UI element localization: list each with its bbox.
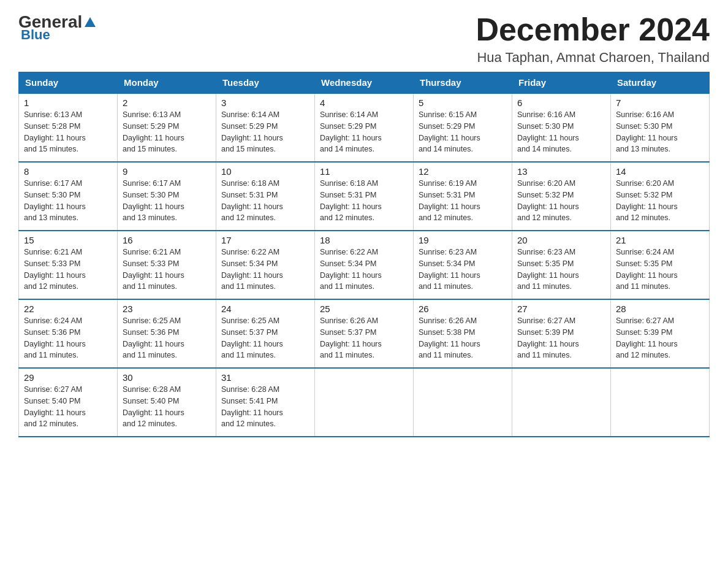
calendar-cell: 18Sunrise: 6:22 AMSunset: 5:34 PMDayligh… [315, 231, 414, 299]
day-info: Sunrise: 6:13 AMSunset: 5:28 PMDaylight:… [24, 109, 112, 155]
day-info: Sunrise: 6:26 AMSunset: 5:37 PMDaylight:… [320, 315, 408, 361]
day-info: Sunrise: 6:21 AMSunset: 5:33 PMDaylight:… [24, 247, 112, 293]
day-info: Sunrise: 6:18 AMSunset: 5:31 PMDaylight:… [221, 178, 309, 224]
calendar-cell: 5Sunrise: 6:15 AMSunset: 5:29 PMDaylight… [414, 93, 512, 162]
calendar-cell: 24Sunrise: 6:25 AMSunset: 5:37 PMDayligh… [216, 299, 315, 368]
day-number: 24 [221, 304, 309, 314]
calendar-cell [315, 368, 414, 437]
day-number: 31 [221, 372, 309, 383]
day-number: 21 [616, 235, 704, 245]
calendar-cell: 29Sunrise: 6:27 AMSunset: 5:40 PMDayligh… [19, 368, 118, 437]
day-number: 22 [24, 304, 112, 314]
day-info: Sunrise: 6:13 AMSunset: 5:29 PMDaylight:… [123, 109, 211, 155]
day-info: Sunrise: 6:16 AMSunset: 5:30 PMDaylight:… [616, 109, 704, 155]
month-title: December 2024 [476, 12, 710, 47]
day-info: Sunrise: 6:24 AMSunset: 5:36 PMDaylight:… [24, 315, 112, 361]
day-number: 17 [221, 235, 309, 245]
calendar-cell: 23Sunrise: 6:25 AMSunset: 5:36 PMDayligh… [118, 299, 216, 368]
day-info: Sunrise: 6:21 AMSunset: 5:33 PMDaylight:… [123, 247, 211, 293]
day-info: Sunrise: 6:26 AMSunset: 5:38 PMDaylight:… [419, 315, 507, 361]
calendar-cell: 19Sunrise: 6:23 AMSunset: 5:34 PMDayligh… [414, 231, 512, 299]
day-number: 11 [320, 166, 408, 177]
calendar-cell: 4Sunrise: 6:14 AMSunset: 5:29 PMDaylight… [315, 93, 414, 162]
calendar-cell: 1Sunrise: 6:13 AMSunset: 5:28 PMDaylight… [19, 93, 118, 162]
calendar-cell: 8Sunrise: 6:17 AMSunset: 5:30 PMDaylight… [19, 162, 118, 231]
col-header-tuesday: Tuesday [216, 72, 315, 94]
day-number: 18 [320, 235, 408, 245]
day-info: Sunrise: 6:20 AMSunset: 5:32 PMDaylight:… [517, 178, 605, 224]
calendar-week-row: 1Sunrise: 6:13 AMSunset: 5:28 PMDaylight… [19, 93, 710, 162]
day-info: Sunrise: 6:16 AMSunset: 5:30 PMDaylight:… [517, 109, 605, 155]
day-number: 8 [24, 166, 112, 177]
day-info: Sunrise: 6:20 AMSunset: 5:32 PMDaylight:… [616, 178, 704, 224]
calendar-cell: 22Sunrise: 6:24 AMSunset: 5:36 PMDayligh… [19, 299, 118, 368]
day-info: Sunrise: 6:27 AMSunset: 5:39 PMDaylight:… [517, 315, 605, 361]
day-info: Sunrise: 6:22 AMSunset: 5:34 PMDaylight:… [221, 247, 309, 293]
day-info: Sunrise: 6:25 AMSunset: 5:36 PMDaylight:… [123, 315, 211, 361]
day-info: Sunrise: 6:23 AMSunset: 5:35 PMDaylight:… [517, 247, 605, 293]
day-number: 25 [320, 304, 408, 314]
day-number: 29 [24, 372, 112, 383]
day-number: 9 [123, 166, 211, 177]
calendar-cell: 6Sunrise: 6:16 AMSunset: 5:30 PMDaylight… [512, 93, 611, 162]
calendar-cell [611, 368, 710, 437]
day-number: 16 [123, 235, 211, 245]
day-number: 23 [123, 304, 211, 314]
calendar-cell [414, 368, 512, 437]
day-number: 1 [24, 98, 112, 108]
day-number: 20 [517, 235, 605, 245]
page-header: General Blue December 2024 Hua Taphan, A… [18, 12, 710, 66]
day-number: 26 [419, 304, 507, 314]
title-section: December 2024 Hua Taphan, Amnat Charoen,… [476, 12, 710, 66]
day-info: Sunrise: 6:14 AMSunset: 5:29 PMDaylight:… [221, 109, 309, 155]
calendar-cell: 9Sunrise: 6:17 AMSunset: 5:30 PMDaylight… [118, 162, 216, 231]
day-info: Sunrise: 6:27 AMSunset: 5:39 PMDaylight:… [616, 315, 704, 361]
day-info: Sunrise: 6:17 AMSunset: 5:30 PMDaylight:… [123, 178, 211, 224]
calendar-week-row: 29Sunrise: 6:27 AMSunset: 5:40 PMDayligh… [19, 368, 710, 437]
day-number: 12 [419, 166, 507, 177]
calendar-cell: 13Sunrise: 6:20 AMSunset: 5:32 PMDayligh… [512, 162, 611, 231]
day-info: Sunrise: 6:27 AMSunset: 5:40 PMDaylight:… [24, 384, 112, 430]
logo-blue-text: Blue [21, 27, 50, 42]
logo: General Blue [18, 12, 98, 43]
day-number: 4 [320, 98, 408, 108]
calendar-week-row: 15Sunrise: 6:21 AMSunset: 5:33 PMDayligh… [19, 231, 710, 299]
calendar-cell: 15Sunrise: 6:21 AMSunset: 5:33 PMDayligh… [19, 231, 118, 299]
day-info: Sunrise: 6:23 AMSunset: 5:34 PMDaylight:… [419, 247, 507, 293]
col-header-saturday: Saturday [611, 72, 710, 94]
calendar-table: SundayMondayTuesdayWednesdayThursdayFrid… [18, 72, 710, 437]
day-number: 6 [517, 98, 605, 108]
calendar-cell: 27Sunrise: 6:27 AMSunset: 5:39 PMDayligh… [512, 299, 611, 368]
calendar-cell: 20Sunrise: 6:23 AMSunset: 5:35 PMDayligh… [512, 231, 611, 299]
calendar-cell: 21Sunrise: 6:24 AMSunset: 5:35 PMDayligh… [611, 231, 710, 299]
calendar-cell: 30Sunrise: 6:28 AMSunset: 5:40 PMDayligh… [118, 368, 216, 437]
calendar-cell: 25Sunrise: 6:26 AMSunset: 5:37 PMDayligh… [315, 299, 414, 368]
calendar-cell: 3Sunrise: 6:14 AMSunset: 5:29 PMDaylight… [216, 93, 315, 162]
day-number: 3 [221, 98, 309, 108]
calendar-cell: 17Sunrise: 6:22 AMSunset: 5:34 PMDayligh… [216, 231, 315, 299]
day-number: 7 [616, 98, 704, 108]
day-number: 10 [221, 166, 309, 177]
day-info: Sunrise: 6:24 AMSunset: 5:35 PMDaylight:… [616, 247, 704, 293]
day-info: Sunrise: 6:25 AMSunset: 5:37 PMDaylight:… [221, 315, 309, 361]
day-info: Sunrise: 6:28 AMSunset: 5:41 PMDaylight:… [221, 384, 309, 430]
day-info: Sunrise: 6:14 AMSunset: 5:29 PMDaylight:… [320, 109, 408, 155]
calendar-cell: 28Sunrise: 6:27 AMSunset: 5:39 PMDayligh… [611, 299, 710, 368]
svg-marker-0 [85, 17, 96, 27]
day-number: 13 [517, 166, 605, 177]
col-header-friday: Friday [512, 72, 611, 94]
calendar-cell: 12Sunrise: 6:19 AMSunset: 5:31 PMDayligh… [414, 162, 512, 231]
day-info: Sunrise: 6:28 AMSunset: 5:40 PMDaylight:… [123, 384, 211, 430]
calendar-cell: 26Sunrise: 6:26 AMSunset: 5:38 PMDayligh… [414, 299, 512, 368]
calendar-cell: 11Sunrise: 6:18 AMSunset: 5:31 PMDayligh… [315, 162, 414, 231]
location-title: Hua Taphan, Amnat Charoen, Thailand [476, 50, 710, 66]
day-number: 19 [419, 235, 507, 245]
calendar-week-row: 8Sunrise: 6:17 AMSunset: 5:30 PMDaylight… [19, 162, 710, 231]
day-number: 5 [419, 98, 507, 108]
day-info: Sunrise: 6:18 AMSunset: 5:31 PMDaylight:… [320, 178, 408, 224]
day-info: Sunrise: 6:19 AMSunset: 5:31 PMDaylight:… [419, 178, 507, 224]
day-info: Sunrise: 6:17 AMSunset: 5:30 PMDaylight:… [24, 178, 112, 224]
calendar-week-row: 22Sunrise: 6:24 AMSunset: 5:36 PMDayligh… [19, 299, 710, 368]
calendar-cell: 2Sunrise: 6:13 AMSunset: 5:29 PMDaylight… [118, 93, 216, 162]
day-number: 30 [123, 372, 211, 383]
